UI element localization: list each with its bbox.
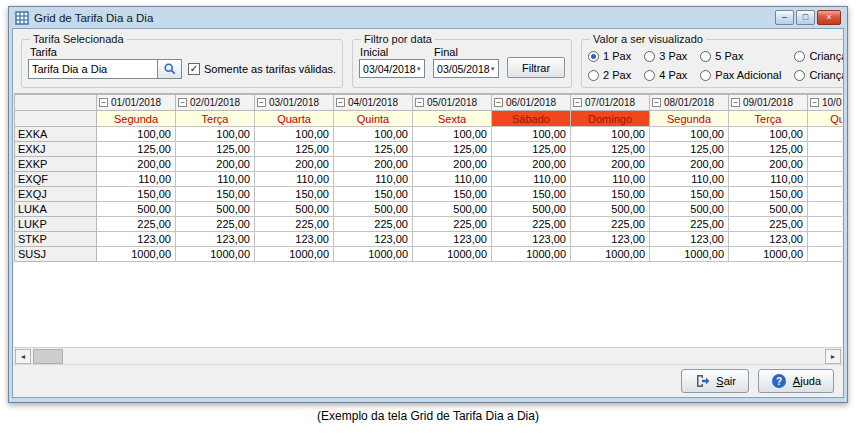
date-column-header[interactable]: −08/01/2018 [650, 95, 729, 111]
tariff-value-cell[interactable]: 200,00 [729, 157, 808, 172]
tariff-value-cell[interactable]: 125,00 [176, 142, 255, 157]
tariff-value-cell[interactable]: 123,00 [492, 232, 571, 247]
radio-circle-icon[interactable] [588, 51, 599, 62]
tariff-value-cell[interactable]: 225,00 [176, 217, 255, 232]
tariff-value-cell[interactable]: 1000,00 [729, 247, 808, 262]
scroll-left-icon[interactable]: ◄ [15, 349, 31, 364]
tariff-value-cell[interactable]: 225,00 [808, 217, 843, 232]
tariff-value-cell[interactable]: 123,00 [650, 232, 729, 247]
tariff-value-cell[interactable]: 200,00 [650, 157, 729, 172]
tariff-value-cell[interactable]: 150,00 [334, 187, 413, 202]
day-name-header[interactable]: Terça [176, 111, 255, 127]
tariff-value-cell[interactable]: 100,00 [492, 127, 571, 142]
date-column-header[interactable]: −01/01/2018 [97, 95, 176, 111]
tariff-value-cell[interactable]: 110,00 [334, 172, 413, 187]
day-name-header[interactable]: Segunda [650, 111, 729, 127]
ajuda-button[interactable]: ? Ajuda [758, 369, 834, 393]
tariff-value-cell[interactable]: 500,00 [334, 202, 413, 217]
tariff-value-cell[interactable]: 500,00 [97, 202, 176, 217]
filtrar-button[interactable]: Filtrar [507, 57, 565, 78]
tariff-value-cell[interactable]: 1000,00 [492, 247, 571, 262]
day-name-header[interactable]: Sexta [413, 111, 492, 127]
tariff-value-cell[interactable]: 110,00 [176, 172, 255, 187]
tariff-value-cell[interactable]: 123,00 [808, 232, 843, 247]
row-code-header[interactable]: EXKP [15, 157, 97, 172]
horizontal-scrollbar[interactable]: ◄ ► [14, 347, 842, 364]
tariff-value-cell[interactable]: 225,00 [650, 217, 729, 232]
tariff-value-cell[interactable]: 125,00 [571, 142, 650, 157]
date-column-header[interactable]: −06/01/2018 [492, 95, 571, 111]
tariff-value-cell[interactable]: 100,00 [571, 127, 650, 142]
row-code-header[interactable]: EXQJ [15, 187, 97, 202]
radio-circle-icon[interactable] [644, 51, 655, 62]
date-column-header[interactable]: −05/01/2018 [413, 95, 492, 111]
tariff-value-cell[interactable]: 225,00 [255, 217, 334, 232]
tariff-value-cell[interactable]: 150,00 [650, 187, 729, 202]
tariff-value-cell[interactable]: 500,00 [492, 202, 571, 217]
tariff-value-cell[interactable]: 500,00 [255, 202, 334, 217]
column-collapse-icon[interactable]: − [415, 98, 424, 107]
tariff-value-cell[interactable]: 110,00 [808, 172, 843, 187]
tariff-value-cell[interactable]: 200,00 [334, 157, 413, 172]
tariff-value-cell[interactable]: 200,00 [492, 157, 571, 172]
tariff-value-cell[interactable]: 150,00 [571, 187, 650, 202]
tariff-value-cell[interactable]: 110,00 [492, 172, 571, 187]
date-column-header[interactable]: −07/01/2018 [571, 95, 650, 111]
row-code-header[interactable]: STKP [15, 232, 97, 247]
column-collapse-icon[interactable]: − [99, 98, 108, 107]
day-name-header[interactable]: Quinta [334, 111, 413, 127]
day-name-header[interactable]: Terça [729, 111, 808, 127]
tariff-value-cell[interactable]: 150,00 [176, 187, 255, 202]
tariff-value-cell[interactable]: 1000,00 [176, 247, 255, 262]
tariff-value-cell[interactable]: 225,00 [97, 217, 176, 232]
day-name-header[interactable]: Sábado [492, 111, 571, 127]
column-collapse-icon[interactable]: − [336, 98, 345, 107]
tariff-value-cell[interactable]: 100,00 [334, 127, 413, 142]
tariff-value-cell[interactable]: 123,00 [571, 232, 650, 247]
final-date-combo[interactable]: 03/05/2018 ▼ [433, 59, 499, 78]
radio-circle-icon[interactable] [700, 51, 711, 62]
radio-option-4-pax[interactable]: 4 Pax [644, 67, 687, 83]
date-column-header[interactable]: −09/01/2018 [729, 95, 808, 111]
radio-option-2-pax[interactable]: 2 Pax [588, 67, 631, 83]
tariff-value-cell[interactable]: 200,00 [176, 157, 255, 172]
tariff-value-cell[interactable]: 150,00 [413, 187, 492, 202]
tariff-value-cell[interactable]: 225,00 [571, 217, 650, 232]
row-code-header[interactable]: LUKP [15, 217, 97, 232]
tariff-value-cell[interactable]: 150,00 [255, 187, 334, 202]
tariff-value-cell[interactable]: 200,00 [97, 157, 176, 172]
tariff-value-cell[interactable]: 123,00 [255, 232, 334, 247]
tariff-value-cell[interactable]: 1000,00 [255, 247, 334, 262]
day-name-header[interactable]: Quarta [808, 111, 843, 127]
tariff-value-cell[interactable]: 225,00 [492, 217, 571, 232]
date-column-header[interactable]: −04/01/2018 [334, 95, 413, 111]
row-code-header[interactable]: EXKJ [15, 142, 97, 157]
close-button[interactable]: × [817, 10, 841, 25]
column-collapse-icon[interactable]: − [573, 98, 582, 107]
tariff-value-cell[interactable]: 200,00 [571, 157, 650, 172]
tariff-value-cell[interactable]: 125,00 [334, 142, 413, 157]
tariff-value-cell[interactable]: 200,00 [808, 157, 843, 172]
tariff-value-cell[interactable]: 123,00 [334, 232, 413, 247]
column-collapse-icon[interactable]: − [494, 98, 503, 107]
tariff-value-cell[interactable]: 100,00 [413, 127, 492, 142]
scrollbar-thumb[interactable] [33, 349, 63, 364]
date-column-header[interactable]: −03/01/2018 [255, 95, 334, 111]
valid-tariffs-checkbox-row[interactable]: ✓ Somente as tarifas válidas. [188, 63, 336, 75]
tariff-value-cell[interactable]: 123,00 [413, 232, 492, 247]
tariff-value-cell[interactable]: 100,00 [97, 127, 176, 142]
tarifa-input[interactable] [28, 59, 158, 79]
radio-option-criança-1[interactable]: Criança 1 [794, 48, 844, 64]
day-name-header[interactable]: Segunda [97, 111, 176, 127]
radio-circle-icon[interactable] [588, 70, 599, 81]
radio-option-5-pax[interactable]: 5 Pax [700, 48, 781, 64]
tariff-value-cell[interactable]: 100,00 [176, 127, 255, 142]
tariff-value-cell[interactable]: 123,00 [176, 232, 255, 247]
tariff-value-cell[interactable]: 100,00 [255, 127, 334, 142]
tariff-value-cell[interactable]: 123,00 [729, 232, 808, 247]
tariff-value-cell[interactable]: 1000,00 [334, 247, 413, 262]
tariff-value-cell[interactable]: 110,00 [97, 172, 176, 187]
tariff-value-cell[interactable]: 123,00 [97, 232, 176, 247]
search-button[interactable] [158, 59, 182, 79]
column-collapse-icon[interactable]: − [652, 98, 661, 107]
